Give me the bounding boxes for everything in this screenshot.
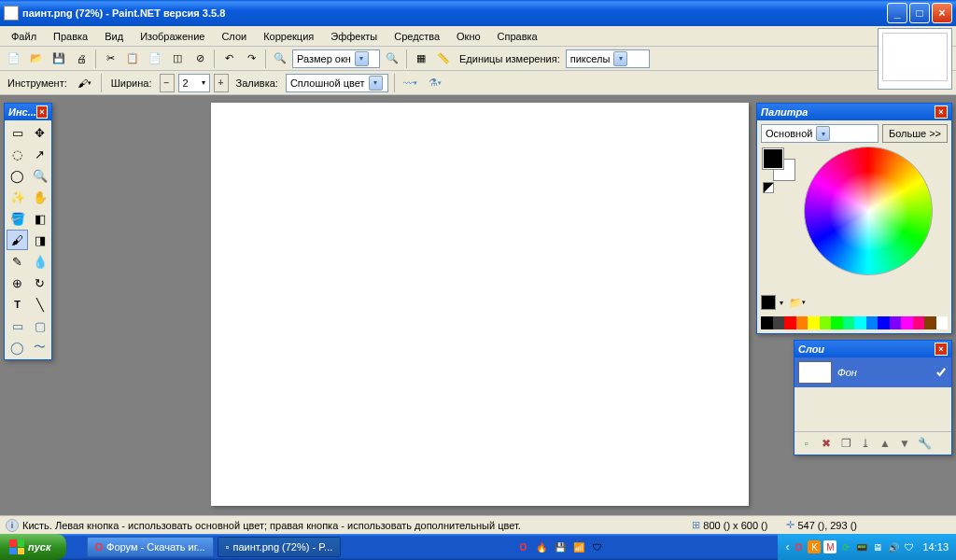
current-tool-button[interactable]: 🖌▾ — [75, 73, 95, 93]
start-button[interactable]: пуск — [0, 534, 66, 560]
new-button[interactable]: 📄 — [4, 49, 24, 69]
color-type-combo[interactable]: Основной ▾ — [761, 124, 879, 143]
palette-color[interactable] — [808, 316, 820, 329]
tray-icon[interactable]: O — [515, 539, 530, 554]
zoom-tool[interactable]: 🔍 — [29, 165, 50, 186]
ellipse-tool[interactable]: ◯ — [7, 337, 28, 357]
clone-tool[interactable]: ⊕ — [7, 273, 28, 293]
roundrect-tool[interactable]: ▢ — [29, 315, 50, 336]
palette-options-button[interactable]: 📁▾ — [787, 292, 808, 313]
reset-colors-button[interactable] — [763, 182, 774, 193]
layers-window-titlebar[interactable]: Слои × — [794, 341, 951, 357]
palette-color[interactable] — [773, 316, 785, 329]
tray-icon[interactable]: 🛡 — [590, 539, 605, 554]
layers-window-close[interactable]: × — [935, 343, 948, 356]
layer-visible-checkbox[interactable] — [935, 366, 948, 379]
ellipse-select-tool[interactable]: ◯ — [7, 165, 28, 186]
palette-color[interactable] — [878, 316, 890, 329]
palette-color[interactable] — [761, 316, 773, 329]
tray-icon[interactable]: ⟳ — [839, 540, 852, 553]
tray-icon[interactable]: K — [808, 540, 821, 553]
layer-properties-button[interactable]: 🔧 — [916, 435, 933, 452]
primary-color-swatch[interactable] — [763, 148, 783, 169]
move-up-button[interactable]: ▲ — [877, 435, 893, 452]
tray-expand-icon[interactable]: ‹ — [785, 540, 789, 553]
tray-icon[interactable]: O — [792, 540, 805, 553]
units-combo[interactable]: пикселы ▾ — [566, 49, 650, 68]
move-selection-tool[interactable]: ↗ — [29, 144, 50, 164]
rect-tool[interactable]: ▭ — [7, 315, 28, 336]
close-button[interactable]: × — [932, 3, 952, 23]
menu-image[interactable]: Изображение — [133, 29, 212, 44]
color-palette-strip[interactable] — [761, 316, 948, 329]
move-down-button[interactable]: ▼ — [896, 435, 913, 452]
menu-edit[interactable]: Правка — [46, 29, 95, 44]
text-tool[interactable]: T — [7, 294, 28, 315]
blend-button[interactable]: ⚗▾ — [425, 73, 445, 93]
pan-tool[interactable]: ✋ — [29, 187, 50, 207]
tray-icon[interactable]: 📟 — [855, 540, 868, 553]
palette-window-close[interactable]: × — [935, 105, 948, 119]
move-tool[interactable]: ✥ — [29, 122, 50, 143]
tray-icon[interactable]: M — [823, 540, 836, 553]
undo-button[interactable]: ↶ — [218, 49, 239, 69]
open-button[interactable]: 📂 — [26, 49, 47, 69]
tray-icon[interactable]: 🛡 — [903, 540, 916, 553]
layer-row[interactable]: Фон — [794, 357, 951, 387]
palette-color[interactable] — [831, 316, 843, 329]
paste-button[interactable]: 📄 — [145, 49, 165, 69]
grid-button[interactable]: ▦ — [411, 49, 431, 69]
taskbar-item-browser[interactable]: O Форум - Скачать иг... — [87, 537, 214, 557]
tray-icon[interactable]: 🔥 — [534, 539, 549, 554]
menu-adjustments[interactable]: Коррекция — [256, 29, 321, 44]
menu-view[interactable]: Вид — [97, 29, 131, 44]
current-color-swatch[interactable] — [761, 295, 776, 310]
width-input[interactable]: 2▾ — [178, 74, 210, 92]
brush-tool[interactable]: 🖌 — [7, 230, 28, 250]
palette-color[interactable] — [784, 316, 796, 329]
save-button[interactable]: 💾 — [49, 49, 69, 69]
minimize-button[interactable]: _ — [887, 3, 907, 23]
palette-color[interactable] — [820, 316, 832, 329]
zoom-combo[interactable]: Размер окн ▾ — [292, 49, 380, 68]
menu-effects[interactable]: Эффекты — [323, 29, 385, 44]
wand-tool[interactable]: ✨ — [7, 187, 28, 207]
tray-icon[interactable]: 🔊 — [887, 540, 900, 553]
zoom-out-button[interactable]: 🔍 — [270, 49, 290, 69]
palette-color[interactable] — [901, 316, 913, 329]
pencil-tool[interactable]: ✎ — [7, 251, 28, 272]
gradient-tool[interactable]: ◧ — [29, 208, 50, 229]
palette-color[interactable] — [890, 316, 902, 329]
deselect-button[interactable]: ⊘ — [190, 49, 210, 69]
palette-color[interactable] — [854, 316, 866, 329]
rect-select-tool[interactable]: ▭ — [7, 122, 28, 143]
fill-combo[interactable]: Сплошной цвет ▾ — [286, 74, 388, 92]
crop-button[interactable]: ◫ — [167, 49, 188, 69]
rulers-button[interactable]: 📏 — [433, 49, 454, 69]
palette-window-titlebar[interactable]: Палитра × — [757, 104, 951, 120]
width-plus-button[interactable]: + — [214, 74, 229, 92]
palette-color[interactable] — [843, 316, 855, 329]
tray-icon[interactable]: 📶 — [571, 539, 586, 554]
color-wheel[interactable] — [804, 147, 933, 275]
tools-window-close[interactable]: × — [36, 105, 48, 119]
print-button[interactable]: 🖨 — [71, 49, 91, 69]
tools-window-titlebar[interactable]: Инс... × — [5, 104, 51, 120]
delete-layer-button[interactable]: ✖ — [818, 435, 835, 452]
taskbar-item-paint[interactable]: ▫ паинт.png (72%) - P... — [218, 537, 342, 557]
redo-button[interactable]: ↷ — [241, 49, 261, 69]
palette-color[interactable] — [866, 316, 879, 329]
merge-down-button[interactable]: ⤓ — [857, 435, 874, 452]
menu-layers[interactable]: Слои — [214, 29, 254, 44]
cut-button[interactable]: ✂ — [100, 49, 120, 69]
copy-button[interactable]: 📋 — [122, 49, 143, 69]
more-button[interactable]: Больше >> — [882, 124, 948, 143]
palette-color[interactable] — [936, 316, 949, 329]
tray-icon[interactable]: 💾 — [553, 539, 568, 554]
add-layer-button[interactable]: ▫ — [798, 435, 815, 452]
document-thumbnail[interactable] — [878, 28, 952, 90]
antialias-button[interactable]: 〰▾ — [401, 73, 421, 93]
canvas[interactable] — [211, 103, 749, 506]
palette-color[interactable] — [924, 316, 936, 329]
palette-color[interactable] — [796, 316, 808, 329]
